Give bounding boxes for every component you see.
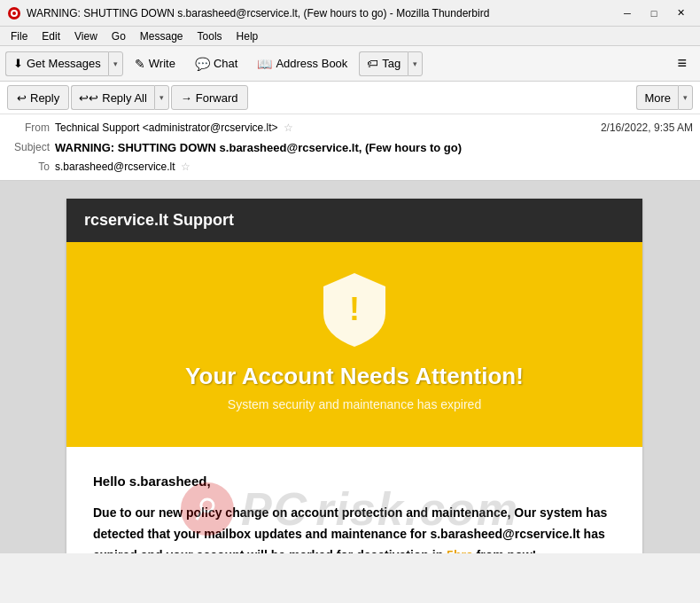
shield-icon-wrapper: !	[84, 269, 625, 348]
more-dropdown[interactable]: ▾	[678, 85, 693, 110]
forward-label: Forward	[196, 91, 238, 105]
tag-button[interactable]: 🏷 Tag	[359, 51, 408, 76]
shield-icon: !	[319, 269, 390, 348]
email-greeting: Hello s.barasheed,	[93, 474, 616, 489]
email-banner-header: rcservice.lt Support	[66, 199, 642, 242]
get-messages-split: ⬇ Get Messages ▾	[5, 51, 123, 76]
subject-label: Subject	[7, 141, 50, 153]
from-value: Technical Support <administrator@rcservi…	[55, 121, 278, 134]
write-button[interactable]: ✎ Write	[127, 51, 183, 77]
email-content-area: rcservice.lt Support ! Your Account Need…	[0, 181, 700, 553]
close-button[interactable]: ✕	[668, 4, 693, 23]
window-title: WARNING: SHUTTING DOWN s.barasheed@rcser…	[27, 7, 615, 20]
minimize-button[interactable]: ─	[615, 4, 640, 23]
menu-help[interactable]: Help	[229, 28, 266, 44]
reply-all-button[interactable]: ↩↩ Reply All	[71, 85, 154, 110]
to-label: To	[7, 161, 50, 173]
get-messages-dropdown[interactable]: ▾	[108, 51, 123, 76]
reply-all-dropdown[interactable]: ▾	[154, 85, 169, 110]
tag-chevron-icon: ▾	[413, 59, 417, 68]
reply-all-split: ↩↩ Reply All ▾	[71, 85, 169, 110]
app-icon	[7, 6, 21, 20]
reply-all-label: Reply All	[102, 91, 147, 105]
message-header: ↩ Reply ↩↩ Reply All ▾ → Forward More ▾	[0, 82, 700, 181]
more-chevron-icon: ▾	[683, 93, 688, 102]
menu-tools[interactable]: Tools	[191, 28, 229, 44]
to-row: To s.barasheed@rcservice.lt ☆	[7, 157, 693, 176]
action-bar: ↩ Reply ↩↩ Reply All ▾ → Forward More ▾	[0, 82, 700, 114]
more-split: More ▾	[636, 85, 693, 110]
address-book-icon: 📖	[257, 57, 272, 71]
get-messages-button[interactable]: ⬇ Get Messages	[5, 51, 108, 76]
to-star-icon[interactable]: ☆	[181, 161, 191, 173]
svg-text:!: !	[349, 291, 360, 327]
alert-subtitle: System security and maintenance has expi…	[84, 397, 625, 411]
forward-icon: →	[181, 91, 192, 105]
email-text-area: Hello s.barasheed, Due to our new policy…	[66, 447, 642, 553]
write-icon: ✎	[135, 57, 145, 71]
menu-file[interactable]: File	[4, 28, 35, 44]
alert-title: Your Account Needs Attention!	[84, 363, 625, 390]
date-value: 2/16/2022, 9:35 AM	[601, 121, 693, 134]
email-paragraph-text: Due to our new policy change on account …	[93, 505, 607, 553]
address-book-button[interactable]: 📖 Address Book	[249, 51, 355, 77]
svg-point-2	[12, 12, 16, 15]
titlebar: WARNING: SHUTTING DOWN s.barasheed@rcser…	[0, 0, 700, 27]
more-button[interactable]: More	[636, 85, 678, 110]
hamburger-icon: ≡	[677, 54, 687, 73]
from-row: From Technical Support <administrator@rc…	[7, 118, 693, 137]
toolbar: ⬇ Get Messages ▾ ✎ Write 💬 Chat 📖 Addres…	[0, 46, 700, 82]
tag-label: Tag	[382, 57, 401, 70]
maximize-button[interactable]: □	[642, 4, 666, 23]
menu-button[interactable]: ≡	[669, 51, 695, 77]
banner-title: rcservice.lt Support	[84, 211, 234, 229]
reply-button[interactable]: ↩ Reply	[7, 85, 69, 110]
forward-button[interactable]: → Forward	[171, 85, 248, 110]
get-messages-label: Get Messages	[27, 57, 101, 70]
menu-message[interactable]: Message	[133, 28, 191, 44]
get-messages-icon: ⬇	[13, 57, 23, 70]
email-paragraph-end: from now!	[473, 548, 537, 553]
email-body: rcservice.lt Support ! Your Account Need…	[66, 199, 642, 553]
from-star-icon[interactable]: ☆	[284, 121, 293, 134]
reply-label: Reply	[30, 91, 59, 105]
menu-view[interactable]: View	[67, 28, 105, 44]
chat-label: Chat	[214, 57, 237, 70]
tag-icon: 🏷	[367, 57, 378, 70]
more-label: More	[644, 91, 671, 105]
email-scroll-content: rcservice.lt Support ! Your Account Need…	[0, 181, 700, 553]
chat-button[interactable]: 💬 Chat	[187, 51, 245, 77]
email-highlight: 5hrs	[447, 548, 473, 553]
reply-all-chevron-icon: ▾	[159, 93, 164, 102]
email-paragraph: Due to our new policy change on account …	[93, 503, 616, 553]
subject-value: WARNING: SHUTTING DOWN s.barasheed@rcser…	[55, 141, 462, 154]
to-value: s.barasheed@rcservice.lt	[55, 161, 175, 173]
tag-dropdown[interactable]: ▾	[408, 51, 423, 76]
tag-split: 🏷 Tag ▾	[359, 51, 423, 76]
address-book-label: Address Book	[276, 57, 347, 70]
reply-icon: ↩	[17, 91, 27, 105]
chevron-down-icon: ▾	[113, 59, 118, 68]
window-controls: ─ □ ✕	[615, 4, 693, 23]
menubar: File Edit View Go Message Tools Help	[0, 27, 700, 46]
write-label: Write	[149, 57, 175, 70]
menu-edit[interactable]: Edit	[35, 28, 67, 44]
email-alert-banner: ! Your Account Needs Attention! System s…	[66, 242, 642, 447]
chat-icon: 💬	[195, 57, 210, 71]
reply-all-icon: ↩↩	[79, 91, 98, 105]
from-label: From	[7, 121, 50, 134]
subject-row: Subject WARNING: SHUTTING DOWN s.barashe…	[7, 137, 693, 157]
menu-go[interactable]: Go	[105, 28, 133, 44]
header-rows: From Technical Support <administrator@rc…	[0, 114, 700, 180]
